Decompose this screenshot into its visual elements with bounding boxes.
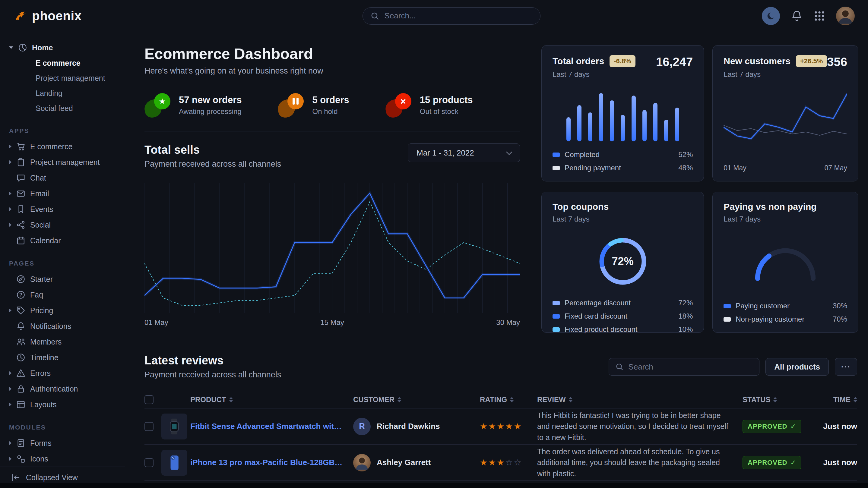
sidebar: Home E commerce Project management Landi… bbox=[0, 32, 125, 488]
sidebar-section-apps: APPS bbox=[9, 127, 116, 134]
date-range-select[interactable]: Mar 1 - 31, 2022 bbox=[408, 143, 520, 162]
user-avatar[interactable] bbox=[836, 7, 855, 25]
top-navbar: phoenix bbox=[0, 0, 868, 32]
product-link[interactable]: iPhone 13 pro max-Pacific Blue-128GB sto… bbox=[190, 458, 353, 467]
sidebar-subitem-landing[interactable]: Landing bbox=[9, 86, 116, 101]
sidebar-item-members[interactable]: Members bbox=[9, 334, 116, 350]
sidebar-item-forms[interactable]: Forms bbox=[9, 435, 116, 451]
legend-row: Completed 52% bbox=[553, 151, 693, 159]
sidebar-item-e-commerce[interactable]: E commerce bbox=[9, 139, 116, 154]
legend-swatch bbox=[553, 327, 560, 332]
stat-value: 15 products bbox=[420, 95, 473, 105]
row-checkbox[interactable] bbox=[145, 458, 154, 467]
sidebar-item-label: Notifications bbox=[30, 322, 71, 331]
window-bottom-edge bbox=[0, 483, 868, 488]
sidebar-subitem-e-commerce[interactable]: E commerce bbox=[9, 56, 116, 70]
new-customers-value: 356 bbox=[827, 55, 847, 69]
sidebar-item-label: Project management bbox=[30, 158, 100, 167]
legend-swatch bbox=[553, 314, 560, 319]
column-header-product[interactable]: PRODUCT bbox=[190, 395, 353, 404]
sidebar-item-faq[interactable]: Faq bbox=[9, 287, 116, 303]
select-all-checkbox[interactable] bbox=[145, 395, 154, 404]
status-badge: APPROVED✓ bbox=[743, 456, 801, 469]
dark-mode-toggle[interactable] bbox=[762, 7, 780, 25]
sidebar-item-layouts[interactable]: Layouts bbox=[9, 397, 116, 412]
column-header-rating[interactable]: RATING bbox=[480, 395, 537, 404]
sort-icon bbox=[229, 397, 233, 402]
product-thumbnail[interactable] bbox=[161, 450, 187, 476]
sidebar-item-chat[interactable]: Chat bbox=[9, 170, 116, 186]
column-header-status[interactable]: STATUS bbox=[743, 395, 818, 404]
legend-label: Fixed product discount bbox=[565, 325, 637, 334]
more-options-button[interactable]: ··· bbox=[835, 358, 857, 376]
sidebar-item-errors[interactable]: Errors bbox=[9, 365, 116, 381]
customer-cell[interactable]: Ashley Garrett bbox=[353, 454, 480, 471]
global-search-input[interactable] bbox=[384, 11, 532, 21]
product-thumbnail[interactable] bbox=[161, 414, 187, 440]
collapse-arrow-icon bbox=[11, 473, 21, 482]
sidebar-item-notifications[interactable]: Notifications bbox=[9, 318, 116, 334]
legend-row: Percentage discount 72% bbox=[553, 299, 693, 307]
sidebar-item-home[interactable]: Home bbox=[9, 40, 116, 56]
sidebar-subitem-project-management[interactable]: Project management bbox=[9, 70, 116, 86]
brand[interactable]: phoenix bbox=[13, 9, 82, 23]
caret-right-icon bbox=[9, 223, 11, 227]
all-products-button[interactable]: All products bbox=[766, 358, 829, 376]
calendar-icon bbox=[16, 236, 25, 245]
customers-x-axis: 01 May 07 May bbox=[723, 164, 847, 172]
sidebar-item-label: Icons bbox=[30, 455, 48, 463]
sidebar-item-label: Members bbox=[30, 337, 62, 346]
sidebar-item-email[interactable]: Email bbox=[9, 186, 116, 201]
clock-icon bbox=[16, 353, 25, 362]
sidebar-item-calendar[interactable]: Calendar bbox=[9, 233, 116, 248]
customer-avatar bbox=[353, 454, 371, 471]
sidebar-subitem-label: Project management bbox=[36, 74, 105, 83]
legend-value: 72% bbox=[678, 299, 693, 307]
legend-swatch bbox=[553, 166, 560, 170]
column-header-customer[interactable]: CUSTOMER bbox=[353, 395, 480, 404]
sells-x-axis: 01 May 15 May 30 May bbox=[145, 318, 520, 327]
sidebar-subitem-social-feed[interactable]: Social feed bbox=[9, 101, 116, 116]
shopping-cart-icon bbox=[16, 142, 25, 151]
sort-icon bbox=[773, 397, 777, 402]
caret-right-icon bbox=[9, 441, 11, 445]
x-axis-label: 30 May bbox=[496, 318, 520, 327]
out-of-stock-icon: × bbox=[385, 93, 412, 117]
sidebar-item-timeline[interactable]: Timeline bbox=[9, 350, 116, 365]
envelope-icon bbox=[16, 189, 25, 198]
stat-out-of-stock: × 15 products Out of stock bbox=[385, 93, 473, 117]
notifications-bell-button[interactable] bbox=[791, 10, 803, 22]
page-title: Ecommerce Dashboard bbox=[145, 45, 520, 63]
column-header-time[interactable]: TIME bbox=[818, 395, 857, 404]
customer-cell[interactable]: R Richard Dawkins bbox=[353, 418, 480, 435]
legend-swatch bbox=[553, 153, 560, 157]
sidebar-item-label: Faq bbox=[30, 291, 43, 299]
reviews-search-input[interactable] bbox=[628, 362, 752, 372]
total-sells-subtitle: Payment received across all channels bbox=[145, 159, 281, 169]
main-content: Ecommerce Dashboard Here's what's going … bbox=[125, 32, 868, 488]
share-nodes-icon bbox=[16, 220, 25, 229]
reviews-search[interactable] bbox=[609, 358, 760, 376]
review-time: Just now bbox=[818, 458, 857, 467]
shapes-icon bbox=[16, 454, 25, 463]
rating-stars: ★★★★★ bbox=[480, 421, 537, 431]
sidebar-item-project-management[interactable]: Project management bbox=[9, 154, 116, 170]
sidebar-item-starter[interactable]: Starter bbox=[9, 271, 116, 287]
product-link[interactable]: Fitbit Sense Advanced Smartwatch with To… bbox=[190, 422, 353, 431]
sidebar-item-events[interactable]: Events bbox=[9, 201, 116, 217]
sort-icon bbox=[398, 397, 401, 402]
legend-swatch bbox=[723, 317, 731, 322]
table-header-row: PRODUCT CUSTOMER RATING REVIEW STATUS TI… bbox=[145, 391, 857, 409]
sidebar-item-pricing[interactable]: Pricing bbox=[9, 303, 116, 318]
sidebar-item-social[interactable]: Social bbox=[9, 217, 116, 233]
moon-icon bbox=[766, 11, 776, 21]
search-icon bbox=[616, 363, 623, 371]
global-search[interactable] bbox=[363, 7, 540, 25]
column-header-review[interactable]: REVIEW bbox=[537, 395, 743, 404]
sidebar-item-icons[interactable]: Icons bbox=[9, 451, 116, 466]
status-badge: APPROVED✓ bbox=[743, 420, 801, 433]
row-checkbox[interactable] bbox=[145, 422, 154, 431]
sidebar-item-authentication[interactable]: Authentication bbox=[9, 381, 116, 397]
legend-label: Fixed card discount bbox=[565, 312, 627, 320]
apps-grid-button[interactable] bbox=[814, 10, 825, 22]
